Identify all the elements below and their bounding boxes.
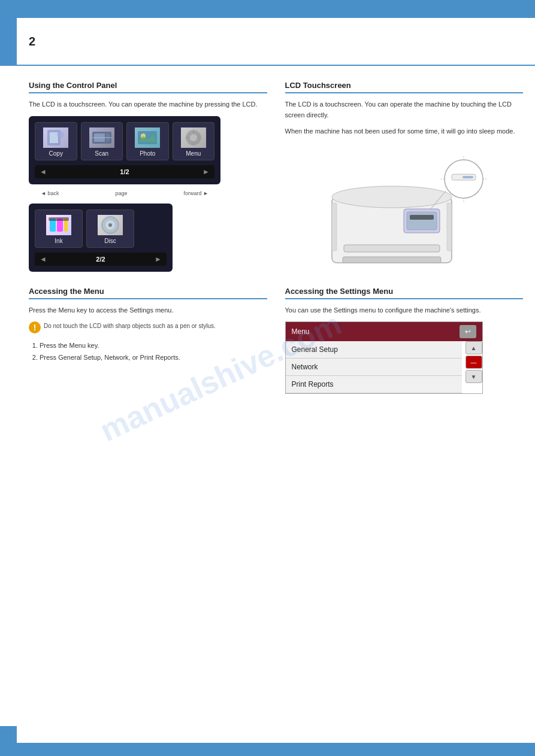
menu-network-label: Network — [292, 363, 318, 371]
right-column: LCD Touchscreen The LCD is a touchscreen… — [285, 81, 524, 394]
menu-general-setup-label: General Setup — [292, 345, 338, 354]
bottom-bar — [0, 743, 535, 756]
svg-point-22 — [108, 223, 112, 227]
lcd-nav-bar-2: ◄ 2/2 ► — [35, 253, 167, 266]
svg-rect-31 — [332, 203, 337, 251]
arrow-page-label: page — [115, 190, 127, 196]
sub-section-header: Accessing the Menu — [29, 287, 267, 299]
menu-scroll-mid-button: — — [466, 356, 482, 369]
left-column: Using the Control Panel The LCD is a tou… — [29, 81, 267, 394]
svg-rect-35 — [463, 176, 473, 178]
svg-rect-29 — [410, 215, 434, 220]
copy-icon — [43, 127, 68, 148]
menu-rows-container: General Setup Network Print Reports ▲ — [286, 341, 482, 393]
left-section-header: Using the Control Panel — [29, 81, 267, 93]
right-text-2: When the machine has not been used for s… — [285, 126, 524, 137]
svg-point-11 — [190, 134, 197, 141]
svg-rect-19 — [49, 217, 69, 221]
lcd-prev-arrow-2[interactable]: ◄ — [40, 255, 47, 263]
lcd-screen-2: Ink Disc — [29, 204, 173, 272]
chapter-title: 2 — [29, 35, 35, 48]
menu-label: Menu — [186, 150, 201, 157]
lcd-icons-row-1: Copy Scan — [35, 122, 214, 160]
right-text-1: The LCD is a touchscreen. You can operat… — [285, 99, 524, 120]
lcd-next-arrow-2[interactable]: ► — [155, 255, 162, 263]
lcd-photo-button[interactable]: Photo — [126, 122, 169, 160]
right-sub-text: You can use the Settings menu to configu… — [285, 305, 524, 316]
menu-scroll-up-button[interactable]: ▲ — [466, 341, 482, 354]
main-content: Using the Control Panel The LCD is a tou… — [17, 72, 535, 756]
disc-icon — [98, 215, 123, 235]
lcd-scan-button[interactable]: Scan — [81, 122, 123, 160]
sub-section-text: Press the Menu key to access the Setting… — [29, 305, 267, 316]
photo-label: Photo — [140, 150, 155, 157]
lcd-icons-row-2: Ink Disc — [35, 210, 167, 248]
ink-icon — [46, 215, 71, 235]
step-1: Press the Menu key. — [40, 340, 267, 352]
disc-label: Disc — [104, 238, 116, 244]
right-sub-header: Accessing the Settings Menu — [285, 287, 524, 299]
lcd-nav-bar-1: ◄ 1/2 ► — [35, 165, 214, 178]
menu-scroll-buttons: ▲ — ▼ — [466, 341, 482, 393]
lcd-disc-button[interactable]: Disc — [86, 210, 134, 248]
lcd-menu-button[interactable]: Menu — [173, 122, 215, 160]
printer-svg — [314, 143, 494, 275]
printer-illustration — [285, 143, 524, 275]
svg-rect-1 — [50, 132, 58, 143]
left-intro-text: The LCD is a touchscreen. You can operat… — [29, 99, 267, 110]
left-tab — [0, 18, 17, 66]
warning-text: Do not touch the LCD with sharp objects … — [44, 321, 216, 330]
lcd-ink-button[interactable]: Ink — [35, 210, 83, 248]
ink-label: Ink — [55, 238, 62, 244]
svg-rect-26 — [344, 245, 440, 252]
lcd-page-1: 1/2 — [120, 168, 129, 175]
menu-ui: Menu ↩ General Setup Network — [285, 321, 483, 394]
warning-icon: ! — [29, 321, 41, 333]
lcd-copy-button[interactable]: Copy — [35, 122, 77, 160]
scan-label: Scan — [95, 150, 108, 157]
svg-point-2 — [57, 131, 64, 138]
step-2: Press General Setup, Network, or Print R… — [40, 352, 267, 364]
arrow-back-label: ◄ back — [41, 190, 59, 196]
svg-rect-32 — [447, 203, 452, 251]
svg-rect-28 — [407, 212, 437, 230]
menu-row-network[interactable]: Network — [286, 359, 462, 376]
menu-header-label: Menu — [292, 327, 310, 336]
lcd-screen-1: Copy Scan — [29, 116, 220, 184]
lcd-prev-arrow-1[interactable]: ◄ — [40, 168, 47, 176]
menu-print-reports-label: Print Reports — [292, 380, 334, 388]
bottom-left-tab — [0, 726, 17, 756]
menu-rows: General Setup Network Print Reports — [286, 341, 462, 393]
menu-scroll-down-button[interactable]: ▼ — [466, 370, 482, 383]
right-section-header: LCD Touchscreen — [285, 81, 524, 93]
menu-row-print-reports[interactable]: Print Reports — [286, 376, 462, 393]
menu-back-button[interactable]: ↩ — [460, 325, 476, 338]
two-column-layout: Using the Control Panel The LCD is a tou… — [29, 81, 523, 394]
svg-rect-30 — [343, 257, 441, 263]
top-bar — [0, 0, 535, 18]
menu-row-general-setup[interactable]: General Setup — [286, 341, 462, 359]
menu-icon — [181, 127, 206, 148]
lcd-next-arrow-1[interactable]: ► — [202, 168, 210, 176]
svg-point-25 — [332, 186, 452, 208]
scan-icon — [89, 127, 114, 148]
lcd-page-2: 2/2 — [96, 256, 105, 263]
chapter-header: 2 — [17, 18, 535, 66]
menu-ui-header: Menu ↩ — [286, 322, 482, 341]
copy-label: Copy — [49, 150, 63, 157]
photo-icon — [135, 127, 160, 148]
arrow-forward-label: forward ► — [184, 190, 208, 196]
